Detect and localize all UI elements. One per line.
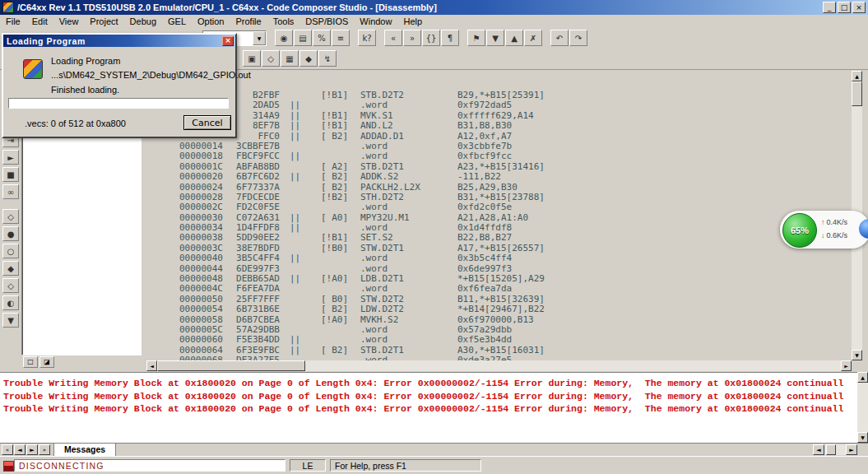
menu-dsp-bios[interactable]: DSP/BIOS — [299, 16, 354, 27]
toggle-bookmark-icon[interactable]: ⚑ — [467, 30, 485, 46]
cancel-button[interactable]: Cancel — [183, 115, 231, 130]
scroll-right-icon[interactable]: ► — [841, 360, 852, 371]
run-icon[interactable]: ► — [2, 150, 19, 165]
next-bookmark-icon[interactable]: ▼ — [486, 30, 504, 46]
find-in-files-icon[interactable]: ▤ — [294, 30, 312, 46]
context-help-icon[interactable]: k? — [358, 30, 376, 46]
disassembly-view[interactable]: B2FBF[!B1]STB.D2T2B29,*+B15[25391] 2DAD5… — [146, 71, 852, 360]
combobox-dropdown-icon[interactable]: ▼ — [253, 31, 266, 45]
scroll-down-icon[interactable]: ▼ — [857, 432, 868, 443]
minimize-button[interactable]: _ — [823, 2, 836, 13]
menu-view[interactable]: View — [53, 16, 85, 27]
disassembly-row[interactable]: 0000002CFD2C0F5E.word0xfd2c0f5e — [146, 202, 852, 212]
scroll-down-icon[interactable]: ▼ — [852, 350, 862, 360]
menu-tools[interactable]: Tools — [267, 16, 300, 27]
vertical-scroll-thumb[interactable] — [852, 81, 862, 106]
tab-scroll-thumb[interactable] — [826, 444, 836, 455]
menu-gel[interactable]: GEL — [162, 16, 192, 27]
menu-project[interactable]: Project — [84, 16, 123, 27]
tab-messages[interactable]: Messages — [53, 444, 116, 457]
prev-bookmark-icon[interactable]: ▲ — [505, 30, 523, 46]
disassembly-row[interactable]: 8EF7B||[!B1]AND.L2B31,B8,B30 — [146, 121, 852, 131]
bookmark-list-icon[interactable]: ≡ — [332, 30, 350, 46]
remove-probes-icon[interactable]: ◇ — [2, 278, 19, 293]
tab-bar-scrollbar[interactable]: ◄ ► — [813, 444, 857, 455]
remove-breakpoints-icon[interactable]: ○ — [2, 244, 19, 258]
scroll-up-icon[interactable]: ▲ — [857, 372, 868, 383]
widget-ball-icon[interactable] — [859, 219, 868, 239]
horizontal-scroll-thumb[interactable] — [157, 360, 305, 371]
menu-window[interactable]: Window — [354, 16, 397, 27]
menu-profile[interactable]: Profile — [230, 16, 267, 27]
disassembly-row[interactable]: 000000546B731B6E[ B2]LDW.D2T2*+B14[29467… — [146, 304, 852, 314]
memory-save-icon[interactable]: ▼ — [2, 313, 19, 328]
loading-program-dialog[interactable]: Loading Program × Loading Program ...s\D… — [2, 33, 237, 138]
forward-icon[interactable]: ↷ — [569, 30, 587, 46]
first-tab-button[interactable]: « — [2, 444, 13, 455]
download-monitor-widget[interactable]: 65% ↑0.4K/s ↓0.6K/s — [780, 211, 868, 249]
bookmarks-view-tab[interactable]: ◪ — [39, 356, 54, 368]
horizontal-scrollbar[interactable]: ◄ ► — [146, 360, 852, 371]
print-icon[interactable]: ▦ — [281, 50, 299, 67]
match-brace-icon[interactable]: {} — [422, 30, 440, 46]
operands-cell: 0xfd2c0f5e — [457, 202, 512, 212]
build-output-pane[interactable]: Trouble Writing Memory Block at 0x180002… — [0, 372, 857, 443]
run-free-icon[interactable]: ◇ — [2, 209, 19, 224]
back-icon[interactable]: ↶ — [550, 30, 569, 46]
address-cell: 00000054 — [179, 304, 234, 314]
mnemonic-cell: .word — [360, 335, 457, 345]
grab-hand-icon[interactable]: ◇ — [262, 50, 280, 67]
scroll-up-icon[interactable]: ▲ — [852, 71, 862, 81]
project-view-tab[interactable]: □ — [23, 356, 38, 368]
opcode-cell: 2DAD5 — [234, 100, 280, 110]
title-bar[interactable]: /C64xx Rev 1.1 TDS510USB 2.0 Emulator/CP… — [0, 0, 868, 15]
app-window: /C64xx Rev 1.1 TDS510USB 2.0 Emulator/CP… — [0, 0, 868, 474]
halt-icon[interactable]: ■ — [2, 167, 19, 182]
dialog-title-bar[interactable]: Loading Program × — [3, 35, 235, 47]
scroll-right-icon[interactable]: ► — [846, 444, 857, 455]
outdent-icon[interactable]: « — [384, 30, 402, 46]
select-pointer-icon[interactable]: ▣ — [243, 50, 261, 67]
disassembly-row[interactable]: 00000018FBCF9FCC||.word0xfbcf9fcc — [146, 151, 852, 161]
menu-edit[interactable]: Edit — [26, 16, 53, 27]
last-tab-button[interactable]: » — [39, 444, 50, 455]
disassembly-row[interactable]: 000000206B7FC6D2||[ B2]ADDK.S2-111,B22 — [146, 172, 852, 182]
parallel-cell — [280, 91, 321, 100]
address-cell: 00000020 — [179, 172, 234, 182]
menu-file[interactable]: File — [0, 16, 26, 27]
profile-clock-icon[interactable]: ◐ — [2, 295, 19, 310]
probe-point-icon[interactable]: ◆ — [299, 50, 318, 67]
next-tab-button[interactable]: ► — [26, 444, 38, 455]
parallel-cell: || — [280, 274, 321, 284]
dialog-close-icon[interactable]: × — [222, 36, 234, 46]
address-cell: 00000018 — [179, 151, 234, 161]
progress-badge[interactable]: 65% — [782, 213, 817, 248]
menu-debug[interactable]: Debug — [124, 16, 162, 27]
disassembly-row[interactable]: 00000060F5E3B4DD||.word0xf5e3b4dd — [146, 335, 852, 345]
status-bar: DISCONNECTING LE For Help, press F1 — [0, 456, 868, 474]
menu-option[interactable]: Option — [192, 16, 230, 27]
comment-icon[interactable]: ¶ — [441, 30, 459, 46]
scroll-left-icon[interactable]: ◄ — [813, 444, 824, 455]
toggle-breakpoint-icon[interactable]: ● — [2, 226, 19, 241]
disassembly-row[interactable]: 2DAD5||.word0xf972dad5 — [146, 100, 852, 110]
scroll-left-icon[interactable]: ◄ — [146, 360, 157, 371]
prev-tab-button[interactable]: ◄ — [14, 444, 26, 455]
disassembly-row[interactable]: 000000385DD90EE2[!B1]SET.S2B22,B8,B27 — [146, 233, 852, 243]
close-button[interactable]: × — [852, 2, 866, 13]
animate-icon[interactable]: ∞ — [2, 184, 19, 199]
output-line: Trouble Writing Memory Block at 0x180002… — [3, 377, 854, 390]
toggle-probe-icon[interactable]: ◆ — [2, 261, 19, 276]
restore-button[interactable]: □ — [838, 2, 851, 13]
menu-help[interactable]: Help — [397, 16, 428, 27]
disassembly-row[interactable]: 000000403B5C4FF4||.word0x3b5c4ff4 — [146, 253, 852, 263]
mixed-mode-icon[interactable]: % — [313, 30, 331, 46]
predicate-cell: [ B2] — [321, 172, 360, 182]
disassembly-row[interactable]: 0000004CF6FEA7DA.word0xf6fea7da — [146, 284, 852, 294]
clear-bookmarks-icon[interactable]: ✗ — [524, 30, 542, 46]
gel-run-icon[interactable]: ↯ — [318, 50, 337, 67]
find-next-icon[interactable]: ◉ — [275, 30, 293, 46]
indent-icon[interactable]: » — [403, 30, 421, 46]
output-scrollbar[interactable]: ▲ ▼ — [857, 372, 868, 443]
predicate-cell: [ A0] — [321, 213, 360, 223]
